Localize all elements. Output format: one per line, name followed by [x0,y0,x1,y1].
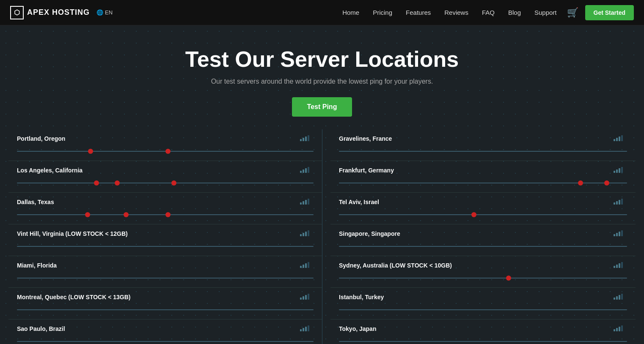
location-name: Tel Aviv, Israel [339,199,627,205]
signal-bar-2 [616,265,618,268]
signal-bar-3 [619,263,620,268]
signal-bar-2 [616,328,618,331]
signal-bar-1 [300,202,302,205]
ping-track [17,309,314,310]
signal-bar-4 [308,199,309,205]
signal-bar-1 [300,171,302,173]
column-divider [322,129,322,344]
signal-bar-2 [616,233,618,236]
ping-slider [17,272,314,284]
language-selector[interactable]: 🌐 EN [96,9,113,16]
signal-bars [614,230,623,236]
ping-dot-2 [88,149,93,154]
location-vint-hill: Vint Hill, Virginia (LOW STOCK < 12GB) [8,224,322,256]
location-singapore: Singapore, Singapore [330,224,636,256]
ping-track [339,151,627,152]
nav-item-features[interactable]: Features [406,9,431,16]
ping-track [17,278,314,278]
signal-bars [614,325,623,331]
get-started-button[interactable]: Get Started [585,5,634,20]
signal-bar-1 [300,266,302,268]
signal-bar-1 [300,234,302,236]
ping-slider [339,145,627,157]
signal-bar-2 [303,138,304,141]
nav-item-faq[interactable]: FAQ [482,9,495,16]
location-frankfurt: Frankfurt, Germany [330,161,636,193]
location-istanbul: Istanbul, Turkey [330,288,636,319]
signal-bar-2 [616,296,618,300]
signal-bar-1 [614,234,615,236]
ping-dot-3 [171,180,176,186]
hero-title: Test Our Server Locations [8,46,636,72]
globe-icon: 🌐 [96,9,103,16]
signal-bar-4 [621,325,623,331]
signal-bar-4 [621,294,623,300]
signal-bars [300,262,309,268]
ping-dot-2 [124,212,129,217]
location-name: Montreal, Quebec (LOW STOCK < 13GB) [17,294,314,300]
signal-bar-4 [621,135,623,141]
location-name: Los Angeles, California [17,167,314,174]
signal-bar-3 [619,295,620,300]
location-dallas: Dallas, Texas [8,193,322,224]
nav-links: Home Pricing Features Reviews FAQ Blog S… [342,9,556,16]
signal-bar-4 [308,325,309,331]
location-gravelines: Gravelines, France [330,129,636,161]
signal-bar-1 [614,329,615,331]
location-montreal: Montreal, Quebec (LOW STOCK < 13GB) [8,288,322,319]
signal-bar-1 [300,329,302,331]
location-name: Sydney, Australia (LOW STOCK < 10GB) [339,262,627,269]
location-tokyo: Tokyo, Japan [330,319,636,344]
test-ping-button[interactable]: Test Ping [292,97,352,117]
location-name: Singapore, Singapore [339,230,627,237]
location-sydney: Sydney, Australia (LOW STOCK < 10GB) [330,256,636,288]
signal-bar-2 [616,138,618,141]
signal-bar-3 [619,137,620,141]
ping-track [339,309,627,310]
ping-slider [339,177,627,189]
ping-dot [471,212,476,217]
logo-icon: ⬡ [10,6,24,19]
signal-bar-4 [308,135,309,141]
ping-dot [165,149,171,154]
signal-bar-3 [619,168,620,173]
nav-item-home[interactable]: Home [342,9,359,16]
signal-bar-3 [305,263,307,268]
ping-slider [339,336,627,344]
location-name: Dallas, Texas [17,199,314,205]
ping-dot [578,180,583,186]
locations-grid: Portland, Oregon Los Angeles, California [0,129,644,344]
signal-bar-1 [614,298,615,300]
cart-icon[interactable]: 🛒 [567,7,578,18]
location-name: Portland, Oregon [17,135,314,142]
ping-slider [339,240,627,252]
location-sao-paulo: Sao Paulo, Brazil [8,319,322,344]
signal-bars [614,294,623,300]
signal-bars [300,325,309,331]
location-name: Tokyo, Japan [339,325,627,332]
ping-slider [17,336,314,344]
signal-bars [300,135,309,141]
signal-bars [300,230,309,236]
nav-item-blog[interactable]: Blog [508,9,521,16]
nav-item-reviews[interactable]: Reviews [444,9,468,16]
location-name: Istanbul, Turkey [339,294,627,300]
signal-bars [614,167,623,173]
signal-bar-2 [616,169,618,173]
logo[interactable]: ⬡ APEX HOSTING [10,6,90,19]
location-name: Miami, Florida [17,262,314,269]
signal-bar-4 [308,167,309,173]
nav-item-support[interactable]: Support [534,9,557,16]
signal-bar-3 [305,137,307,141]
logo-text: APEX HOSTING [27,8,90,17]
lang-label: EN [105,9,113,16]
location-name: Vint Hill, Virginia (LOW STOCK < 12GB) [17,230,314,237]
location-portland: Portland, Oregon [8,129,322,161]
ping-slider [339,304,627,316]
signal-bars [614,135,623,141]
signal-bar-4 [308,262,309,268]
signal-bar-1 [614,266,615,268]
signal-bar-3 [619,327,620,331]
signal-bar-2 [303,233,304,236]
nav-item-pricing[interactable]: Pricing [373,9,392,16]
